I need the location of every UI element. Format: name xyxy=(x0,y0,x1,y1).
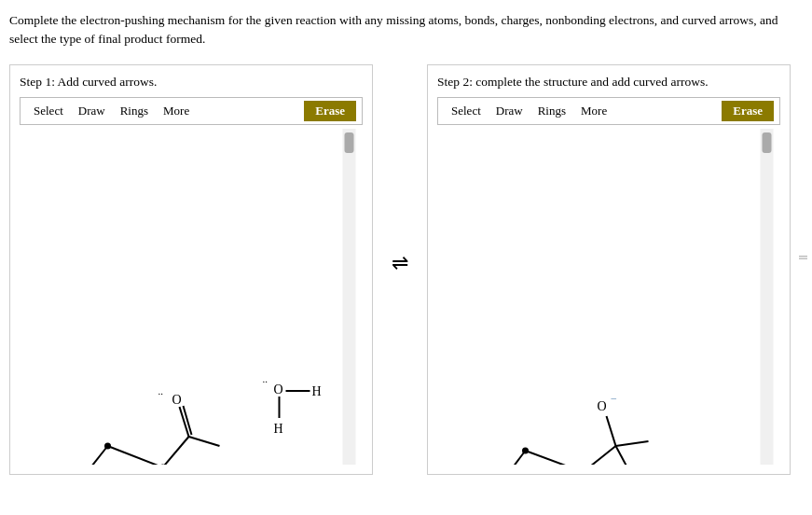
panel-right: Step 2: complete the structure and add c… xyxy=(427,64,791,475)
more-btn-left[interactable]: More xyxy=(156,102,197,120)
svg-line-0 xyxy=(73,446,108,465)
svg-line-32 xyxy=(492,451,526,465)
svg-text:O: O xyxy=(598,399,607,413)
svg-line-12 xyxy=(163,437,189,465)
svg-point-38 xyxy=(522,447,529,453)
svg-rect-31 xyxy=(345,132,354,153)
svg-rect-57 xyxy=(763,132,772,153)
canvas-left[interactable]: O .. .. O H xyxy=(20,129,363,465)
erase-btn-right[interactable]: Erase xyxy=(722,101,774,121)
svg-text:O: O xyxy=(172,393,182,407)
svg-rect-30 xyxy=(343,129,356,465)
svg-line-45 xyxy=(607,416,616,446)
draw-btn-left[interactable]: Draw xyxy=(71,102,113,120)
svg-line-17 xyxy=(189,437,220,446)
toolbar-left: Select Draw Rings More Erase xyxy=(20,97,363,125)
svg-line-48 xyxy=(616,441,649,446)
svg-text:..: .. xyxy=(263,373,268,384)
panel-left: Step 1: Add curved arrows. Select Draw R… xyxy=(9,64,373,475)
svg-line-44 xyxy=(584,446,616,465)
toolbar-right: Select Draw Rings More Erase xyxy=(437,97,780,125)
step1-label: Step 1: Add curved arrows. xyxy=(20,75,363,90)
instructions: Complete the electron-pushing mechanism … xyxy=(0,0,802,57)
draw-btn-right[interactable]: Draw xyxy=(489,102,530,120)
select-btn-right[interactable]: Select xyxy=(444,102,489,120)
equilibrium-arrow: ⇌ xyxy=(392,64,408,275)
select-btn-left[interactable]: Select xyxy=(26,102,71,120)
svg-text:..: .. xyxy=(158,385,164,397)
molecule-svg-right: O – .. O H H xyxy=(437,129,780,465)
more-btn-right[interactable]: More xyxy=(573,102,614,120)
svg-line-49 xyxy=(616,446,630,465)
svg-line-37 xyxy=(526,451,584,465)
svg-text:O: O xyxy=(274,383,283,397)
rings-btn-left[interactable]: Rings xyxy=(113,102,156,120)
molecule-svg-left: O .. .. O H xyxy=(20,129,363,465)
rings-btn-right[interactable]: Rings xyxy=(530,102,573,120)
svg-text:–: – xyxy=(611,392,617,403)
step2-label: Step 2: complete the structure and add c… xyxy=(437,75,780,90)
svg-line-5 xyxy=(108,446,163,465)
right-edge-indicator: || xyxy=(799,256,810,259)
svg-text:H: H xyxy=(312,384,322,398)
canvas-right[interactable]: O – .. O H H xyxy=(437,129,780,465)
svg-point-6 xyxy=(104,442,111,449)
panels-container: Step 1: Add curved arrows. Select Draw R… xyxy=(0,57,812,482)
svg-rect-56 xyxy=(761,129,774,465)
erase-btn-left[interactable]: Erase xyxy=(304,101,356,121)
svg-text:H: H xyxy=(274,422,283,436)
